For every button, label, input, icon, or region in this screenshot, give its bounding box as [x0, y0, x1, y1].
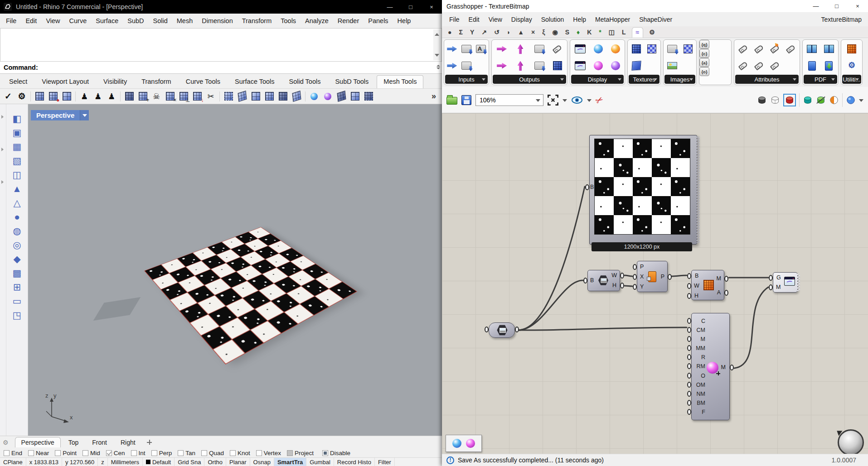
gh-category-tab[interactable]: ♦ [575, 28, 581, 38]
input-port[interactable] [687, 273, 691, 279]
flyout-arrow-icon[interactable] [1, 115, 5, 119]
rhino-toolbar-tab[interactable]: Select [3, 76, 34, 88]
palette-label[interactable]: PDF [804, 75, 837, 84]
osnap-toggle[interactable]: Disable [322, 450, 350, 456]
input-port[interactable] [687, 283, 691, 289]
image-clamp-icon[interactable] [667, 45, 677, 53]
weld-mesh-icon[interactable]: ⊥ [178, 91, 189, 102]
input-port[interactable] [687, 318, 691, 324]
checkbox-icon[interactable] [131, 450, 137, 456]
mesh-cylinder-icon[interactable]: ◫ [10, 168, 24, 181]
rhino-menu-item[interactable]: Panels [364, 15, 392, 26]
save-file-icon[interactable] [461, 95, 471, 105]
gh-category-tab[interactable]: ↺ [493, 28, 501, 38]
mesh-ellipsoid-icon[interactable]: ◍ [10, 225, 24, 237]
export-grid-icon[interactable] [553, 61, 562, 70]
tag-pair-icon[interactable] [786, 44, 796, 53]
input-port[interactable] [687, 391, 691, 397]
flyout-arrow-icon[interactable] [1, 180, 5, 184]
mesh-rotate-icon[interactable] [291, 91, 302, 102]
output-port[interactable] [724, 276, 728, 282]
rhino-menu-item[interactable]: SubD [123, 15, 148, 26]
rhino-menu-item[interactable]: Analyze [301, 15, 333, 26]
magenta-material-orb-icon[interactable] [594, 61, 603, 70]
custom-preview-teal-icon[interactable] [803, 95, 813, 105]
shaded-preview-selected[interactable] [783, 94, 796, 106]
flyout-arrow-icon[interactable] [1, 148, 5, 151]
viewport-title-dropdown[interactable]: Perspective [31, 110, 89, 120]
palette-label[interactable]: Inputs [445, 75, 488, 84]
osnap-toggle[interactable]: Perp [151, 450, 172, 456]
toolbar-overflow-chevron[interactable]: » [428, 91, 440, 102]
checkbox-icon[interactable] [82, 450, 88, 456]
zoom-extents-icon[interactable] [548, 95, 558, 106]
export-arrow-icon[interactable] [497, 46, 507, 52]
status-segment[interactable]: Grid Sna [175, 458, 204, 466]
tag-add-icon[interactable] [738, 61, 748, 70]
gh-menu-item[interactable]: Solution [537, 14, 569, 25]
command-spinner[interactable] [436, 63, 440, 71]
bitmap-mesh-component[interactable]: B W H M A [691, 270, 724, 300]
osnap-toggle[interactable]: Point [55, 450, 77, 456]
mesh-repair-skull-icon[interactable]: ☠ [150, 91, 162, 102]
mesh-frame-icon[interactable] [263, 91, 275, 102]
rhino-menu-item[interactable]: Curve [65, 15, 91, 26]
texture-grid-axis-icon[interactable] [632, 44, 641, 53]
rhino-toolbar-tab[interactable]: SubD Tools [329, 76, 375, 88]
chevron-down-icon[interactable] [587, 99, 592, 104]
status-segment[interactable]: Osnap [250, 458, 274, 466]
match-mesh-icon[interactable]: ♟ [106, 91, 117, 102]
osnap-toggle[interactable]: Cen [106, 450, 125, 456]
command-history-scrollbar[interactable] [433, 29, 441, 60]
input-port[interactable] [687, 382, 691, 388]
input-port[interactable] [687, 293, 691, 299]
output-port[interactable] [668, 274, 672, 280]
export-bim-file-icon[interactable] [534, 45, 544, 53]
pdf-compress-icon[interactable] [807, 45, 817, 53]
checkbox-icon[interactable] [201, 450, 207, 456]
osnap-toggle[interactable]: End [4, 450, 22, 456]
grasshopper-canvas[interactable]: B [442, 113, 868, 454]
gh-close-button[interactable]: × [847, 0, 868, 13]
status-segment[interactable]: Record Histo [334, 458, 375, 466]
export-json-file-icon[interactable] [534, 62, 544, 70]
preview-window-icon[interactable] [575, 44, 586, 53]
checkbox-icon[interactable] [287, 450, 293, 456]
gh-maximize-button[interactable]: □ [826, 0, 847, 13]
import-image-icon[interactable] [461, 45, 471, 53]
osnap-toggle[interactable]: Vertex [256, 450, 281, 456]
purple-material-orb-icon[interactable] [611, 61, 620, 70]
mesh-array-icon[interactable] [349, 91, 361, 102]
export-arrow-icon[interactable] [497, 63, 507, 69]
texture-checker-icon[interactable] [647, 44, 656, 53]
osnap-toggle[interactable]: Mid [82, 450, 100, 456]
palette-label[interactable]: Textures [629, 75, 659, 84]
tag-icon[interactable] [754, 44, 764, 53]
rhino-menu-item[interactable]: Mesh [173, 15, 197, 26]
input-port[interactable] [769, 275, 773, 281]
viewport-tab[interactable]: Top [63, 437, 85, 447]
gh-menu-item[interactable]: Edit [464, 14, 484, 25]
scroll-up-icon[interactable] [435, 31, 439, 36]
gh-category-tab[interactable]: ● [446, 28, 453, 38]
perspective-viewport[interactable]: Perspective [28, 104, 442, 436]
json-tool-icon[interactable]: {c} [699, 49, 709, 58]
tag-flash-icon[interactable] [770, 44, 780, 53]
rhino-menu-item[interactable]: View [42, 15, 64, 26]
mesh-plane-dashed-icon[interactable] [223, 91, 234, 102]
blue-material-orb-icon[interactable] [594, 44, 603, 53]
canvas-nav-ball[interactable] [838, 429, 864, 454]
checkbox-icon[interactable] [28, 450, 34, 456]
mesh-control-points-icon[interactable]: ▣ [10, 126, 24, 139]
import-arrow-icon[interactable] [447, 46, 457, 52]
command-line[interactable]: Command: [0, 62, 442, 74]
export-save-icon[interactable] [518, 44, 524, 54]
command-history[interactable] [0, 28, 442, 62]
rhino-menu-item[interactable]: Tools [276, 15, 300, 26]
gear-icon[interactable]: ⚙ [3, 439, 9, 446]
mesh-graph-icon[interactable] [277, 91, 289, 102]
gh-category-tab[interactable]: ◗ [505, 28, 512, 38]
status-segment[interactable]: Gumbal [306, 458, 334, 466]
tag-ping-icon[interactable] [770, 61, 780, 70]
zoom-level-combo[interactable]: 106% [475, 94, 543, 106]
